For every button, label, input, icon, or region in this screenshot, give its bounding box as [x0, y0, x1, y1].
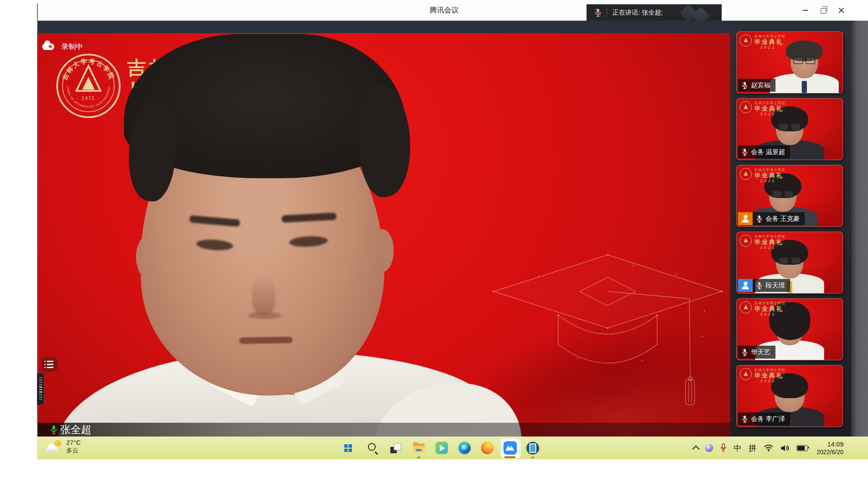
microsoft-edge-icon [458, 442, 471, 454]
minimize-icon [803, 10, 808, 11]
hidden-icons-chevron[interactable] [692, 446, 698, 451]
taskbar-app-search[interactable] [364, 438, 383, 458]
taskbar: 27°C 多云 [37, 437, 868, 459]
school-seal-icon [740, 235, 752, 247]
ime-language-indicator[interactable]: 中 [734, 443, 741, 453]
school-seal-icon [740, 101, 752, 113]
divider [607, 8, 607, 17]
glasses [794, 57, 815, 64]
school-seal-icon [740, 168, 752, 180]
clock-time: 14:09 [827, 440, 843, 449]
participant-name: 华天艺 [751, 348, 770, 356]
participant-name: 会务 李广泽 [751, 415, 785, 423]
speaker-video-feed [38, 33, 730, 437]
participant-tile[interactable]: 吉林大学考古学院 毕业典礼 2022 赵宾福 [736, 31, 843, 93]
banner-school-name: 吉林大学考古学院 [754, 168, 785, 172]
content-top-strip [38, 21, 851, 33]
participants-sidebar: 吉林大学考古学院 毕业典礼 2022 赵宾福 [730, 21, 851, 437]
banner-title: 毕业典礼 [754, 105, 785, 112]
system-tray: 中 拼 14:09 2022/6/20 [692, 437, 843, 459]
participant-label: 段天璟 [738, 279, 790, 292]
taskbar-app-phone-link[interactable] [523, 438, 542, 458]
close-icon [838, 7, 844, 13]
file-explorer-icon [413, 443, 425, 452]
tencent-meeting-icon [504, 441, 517, 455]
volume-status[interactable] [781, 445, 789, 452]
person-icon [741, 215, 750, 223]
participant-name: 赵宾福 [751, 81, 770, 90]
participant-tile[interactable]: 吉林大学考古学院 毕业典礼 2022 华天艺 [736, 298, 843, 360]
battery-status[interactable] [797, 445, 808, 451]
speaker-name: 张全超 [60, 423, 91, 437]
taskbar-app-microsoft-edge[interactable] [455, 438, 474, 458]
participant-label: 会务 王克豪 [738, 212, 805, 225]
microphone-icon [720, 443, 726, 452]
ime-mode-indicator[interactable]: 拼 [749, 443, 757, 453]
speaking-indicator[interactable]: 正在讲话: 张全超; [587, 4, 722, 21]
taskbar-app-tencent-meeting[interactable] [500, 438, 519, 458]
tile-banner: 吉林大学考古学院 毕业典礼 2022 [740, 368, 785, 384]
speaker-icon [781, 445, 789, 452]
banner-year: 2022 [760, 45, 785, 50]
participant-label: 华天艺 [738, 346, 775, 359]
muted-mic-icon [594, 8, 602, 18]
participant-list: 吉林大学考古学院 毕业典礼 2022 赵宾福 [736, 31, 843, 427]
phone-link-icon [526, 442, 539, 455]
tile-banner: 吉林大学考古学院 毕业典礼 2022 [740, 301, 785, 317]
banner-title: 毕业典礼 [754, 172, 785, 179]
clock-date: 2022/6/20 [817, 448, 843, 456]
participant-tile[interactable]: 吉林大学考古学院 毕业典礼 2022 会务 温景超 [736, 98, 843, 160]
audio-level-handle[interactable] [37, 373, 44, 406]
participant-name: 段天璟 [766, 282, 785, 290]
muted-mic-icon [741, 81, 748, 90]
muted-mic-icon [741, 148, 748, 156]
tile-banner: 吉林大学考古学院 毕业典礼 2022 [740, 101, 785, 117]
sidebar-scrollbar-track[interactable] [851, 21, 868, 437]
close-button[interactable] [835, 4, 848, 17]
banner-year: 2022 [760, 379, 785, 383]
running-indicator [417, 457, 420, 458]
banner-year: 2022 [760, 312, 785, 316]
banner-school-name: 吉林大学考古学院 [754, 301, 785, 305]
banner-title: 毕业典礼 [754, 238, 785, 245]
list-icon [44, 361, 57, 362]
glasses [779, 124, 801, 131]
meeting-logo-watermark [692, 7, 710, 21]
weather-widget[interactable]: 27°C 多云 [46, 439, 81, 454]
taskbar-app-file-explorer[interactable] [409, 438, 428, 458]
running-indicator [531, 457, 534, 458]
taskbar-app-firefox[interactable] [478, 438, 497, 458]
banner-year: 2022 [760, 245, 785, 250]
role-badge [738, 212, 753, 225]
banner-title: 毕业典礼 [754, 305, 785, 312]
minimize-button[interactable] [799, 4, 812, 17]
taskbar-app-task-view[interactable] [386, 438, 405, 458]
banner-school-name: 吉林大学考古学院 [754, 34, 785, 38]
weather-condition: 多云 [66, 447, 81, 455]
taskbar-clock[interactable]: 14:09 2022/6/20 [817, 440, 843, 456]
wifi-icon [764, 444, 773, 452]
participant-tile[interactable]: 吉林大学考古学院 毕业典礼 2022 段天璟 [736, 232, 843, 294]
wifi-status[interactable] [764, 444, 773, 452]
taskbar-app-media-player[interactable] [432, 438, 451, 458]
banner-year: 2022 [760, 179, 785, 183]
taskbar-app-windows-start[interactable] [341, 438, 360, 458]
school-seal-icon [740, 368, 752, 380]
person-icon [741, 282, 750, 289]
avatar-icon [705, 444, 713, 452]
participant-list-toggle-button[interactable] [41, 357, 57, 372]
participant-tile[interactable]: 吉林大学考古学院 毕业典礼 2022 会务 李广泽 [736, 365, 843, 427]
tray-microphone[interactable] [720, 443, 726, 452]
participant-tile[interactable]: 吉林大学考古学院 毕业典礼 2022 会务 王克豪 [736, 165, 843, 227]
glasses [772, 190, 794, 198]
window-controls [799, 0, 848, 21]
tile-banner: 吉林大学考古学院 毕业典礼 2022 [740, 34, 785, 50]
school-seal-icon [740, 34, 752, 46]
school-seal-icon [740, 301, 752, 313]
speaker-name-bar: 张全超 [38, 423, 730, 437]
main-video[interactable]: 吉林大学考 毕 业 吉林大学考古学院 SCHOOL OF ARCHAEOLOGY… [38, 33, 730, 437]
restore-button[interactable] [817, 4, 830, 17]
tray-app-avatar[interactable] [705, 444, 713, 452]
chevron-up-icon [692, 445, 699, 452]
tile-banner: 吉林大学考古学院 毕业典礼 2022 [740, 168, 785, 183]
